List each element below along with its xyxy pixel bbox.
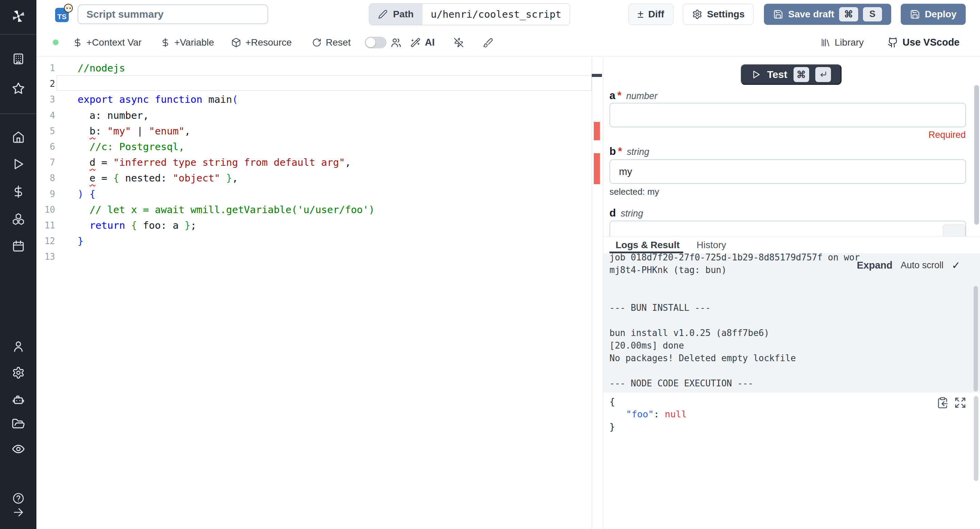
package-icon — [231, 37, 241, 48]
line-number: 8 — [37, 170, 55, 186]
code-line: } — [78, 233, 83, 249]
save-icon — [773, 9, 783, 19]
reset-button[interactable]: Reset — [312, 37, 350, 48]
path-label: Path — [393, 9, 414, 20]
collaborators-button[interactable] — [391, 37, 401, 48]
resources-cubes-icon[interactable] — [0, 212, 37, 226]
log-scrollbar[interactable] — [974, 286, 978, 392]
ai-label: AI — [425, 37, 434, 48]
code-line: d = "inferred type string from default a… — [78, 155, 351, 170]
test-button[interactable]: Test ⌘ — [741, 64, 842, 85]
add-resource-label: +Resource — [245, 37, 292, 48]
brush-icon — [483, 37, 493, 48]
save-draft-button[interactable]: Save draft ⌘ S — [764, 4, 891, 25]
code-line: ) { — [78, 186, 95, 202]
diff-button[interactable]: ± Diff — [628, 4, 673, 25]
schedules-calendar-icon[interactable] — [0, 240, 37, 253]
copy-clipboard-icon[interactable] — [937, 397, 949, 409]
code-line: b: "my" | "enum", — [78, 123, 191, 139]
deploy-button[interactable]: Deploy — [901, 4, 966, 25]
user-icon[interactable] — [0, 340, 37, 353]
gear-icon — [692, 9, 702, 19]
field-input-a[interactable] — [609, 103, 966, 127]
settings-button[interactable]: Settings — [683, 4, 754, 25]
workers-robot-icon[interactable] — [0, 392, 37, 406]
log-area: job 018d7f20-27f0-725d-1b29-8d85179d757f… — [603, 253, 980, 393]
add-variable-button[interactable]: +Variable — [161, 37, 214, 48]
line-number: 11 — [37, 218, 55, 233]
tab-logs-result[interactable]: Logs & Result — [616, 240, 679, 250]
assistant-off-button[interactable] — [453, 37, 464, 48]
audit-eye-icon[interactable] — [0, 442, 37, 456]
format-button[interactable] — [483, 37, 493, 48]
required-star: * — [617, 89, 621, 102]
brace-open: { — [609, 396, 615, 407]
favorites-star-icon[interactable] — [0, 82, 37, 95]
form-scrollbar[interactable] — [974, 85, 979, 225]
use-vscode-label: Use VScode — [902, 37, 959, 48]
variables-dollar-icon[interactable] — [0, 185, 37, 198]
home-icon[interactable] — [0, 131, 37, 143]
result-scrollbar[interactable] — [974, 396, 978, 481]
code-editor[interactable]: 1//nodejs23export async function main(4 … — [37, 57, 603, 529]
sidebar-divider — [0, 113, 37, 114]
add-resource-button[interactable]: +Resource — [231, 37, 292, 48]
expand-button[interactable]: Expand — [857, 260, 892, 271]
cmd-key-chip: ⌘ — [794, 67, 809, 82]
result-actions — [937, 397, 966, 409]
bun-badge-icon — [64, 4, 73, 13]
field-label-a: a* number — [609, 89, 657, 102]
field-hint: selected: my — [609, 186, 659, 197]
line-number: 2 — [37, 76, 55, 92]
workspace-building-icon[interactable] — [0, 53, 37, 65]
cmd-key-chip: ⌘ — [839, 7, 858, 21]
code-line: //nodejs — [78, 60, 125, 76]
github-icon — [888, 37, 898, 48]
field-type: number — [626, 91, 657, 102]
overview-ruler — [592, 57, 592, 529]
editor-toolbar: +Context Var +Variable +Resource Reset A… — [37, 28, 980, 57]
field-input-b[interactable] — [609, 159, 966, 184]
tab-history[interactable]: History — [697, 240, 726, 250]
test-label: Test — [767, 69, 787, 80]
field-input-d[interactable] — [609, 221, 966, 237]
line-number: 9 — [37, 186, 55, 202]
windmill-logo[interactable] — [0, 8, 37, 25]
path-value[interactable]: u/henri/coolest_script — [423, 4, 570, 25]
path-button[interactable]: Path — [369, 4, 423, 25]
autoscroll-toggle[interactable]: Auto scroll — [901, 260, 943, 271]
overview-cursor-marker — [592, 74, 602, 77]
play-icon — [751, 70, 761, 79]
topbar: TS Path u/henri/coolest_script ± Diff Se… — [37, 0, 980, 28]
field-type: string — [627, 147, 649, 157]
collapse-arrow-icon[interactable] — [0, 506, 37, 518]
status-dot — [53, 40, 59, 45]
wand-sparkles-icon — [410, 37, 421, 48]
path-editor[interactable]: Path u/henri/coolest_script — [369, 3, 570, 25]
use-vscode-button[interactable]: Use VScode — [888, 37, 959, 48]
language-badge[interactable]: TS — [55, 6, 69, 22]
runs-play-icon[interactable] — [0, 158, 37, 170]
check-icon: ✓ — [952, 260, 960, 271]
dollar-icon — [73, 38, 82, 47]
expand-result-icon[interactable] — [954, 397, 966, 409]
required-error: Required — [928, 130, 966, 140]
code-line: // let x = await wmill.getVariable('u/us… — [78, 202, 375, 218]
library-button[interactable]: Library — [821, 37, 864, 48]
line-number: 6 — [37, 139, 55, 155]
field-name: a — [609, 89, 615, 102]
library-icon — [821, 37, 830, 48]
code-line: return { foo: a }; — [78, 218, 196, 233]
error-marker — [594, 122, 600, 140]
code-line: a: number, — [78, 108, 149, 123]
add-context-var-button[interactable]: +Context Var — [73, 37, 142, 48]
settings-gear-icon[interactable] — [0, 366, 37, 379]
help-icon[interactable] — [0, 492, 37, 505]
folders-icon[interactable] — [0, 417, 37, 430]
result-value: null — [665, 409, 687, 419]
result-key: "foo" — [626, 409, 654, 419]
ai-button[interactable]: AI — [410, 37, 434, 48]
field-d-plus-button[interactable] — [943, 225, 966, 237]
diff-mode-toggle[interactable] — [365, 37, 387, 48]
script-summary-input[interactable] — [78, 5, 268, 24]
